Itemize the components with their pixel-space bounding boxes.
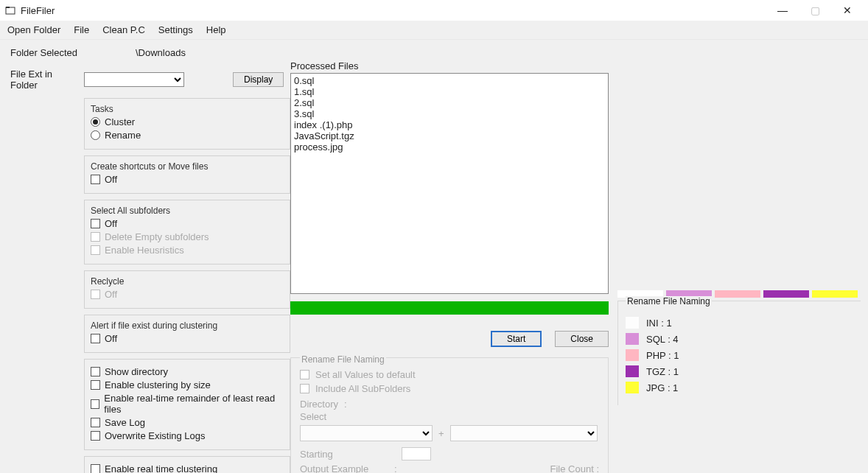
alert-group-label: Alert if file exist during clustering bbox=[89, 320, 219, 331]
list-item[interactable]: 2.sql bbox=[294, 97, 605, 108]
radio-rename-label: Rename bbox=[105, 130, 141, 141]
svg-rect-1 bbox=[6, 7, 10, 8]
check-delete-empty-label: Delete Empty subfolders bbox=[105, 231, 209, 242]
legend-row: JPG : 1 bbox=[626, 382, 853, 393]
legend-row: TGZ : 1 bbox=[626, 365, 853, 377]
check-shortcuts-off[interactable] bbox=[91, 175, 100, 184]
rename-select-2[interactable] bbox=[450, 425, 598, 441]
legend-row: PHP : 1 bbox=[626, 349, 853, 361]
menu-settings[interactable]: Settings bbox=[158, 24, 193, 35]
folder-selected-value: \Downloads bbox=[136, 47, 186, 58]
check-recycle-off-label: Off bbox=[105, 289, 117, 300]
list-item[interactable]: process.jpg bbox=[294, 141, 605, 153]
check-include-sub bbox=[300, 384, 309, 393]
subfolders-group: Select All subfolders Off Delete Empty s… bbox=[84, 200, 290, 264]
list-item[interactable]: index .(1).php bbox=[294, 119, 605, 130]
list-item[interactable]: JavaScript.tgz bbox=[294, 130, 605, 141]
alert-group: Alert if file exist during clustering Of… bbox=[84, 315, 290, 353]
minimize-button[interactable]: — bbox=[766, 0, 799, 21]
menu-clean-pc[interactable]: Clean P.C bbox=[102, 24, 145, 35]
legend-row: INI : 1 bbox=[626, 317, 853, 329]
shortcuts-group-label: Create shortcuts or Move files bbox=[89, 161, 209, 172]
rename-select-1[interactable] bbox=[300, 425, 433, 441]
check-overwrite-logs-label: Overwrite Existing Logs bbox=[105, 430, 206, 441]
legend-text: PHP : 1 bbox=[646, 350, 679, 361]
shortcuts-group: Create shortcuts or Move files Off bbox=[84, 155, 290, 194]
check-realtime-cluster-label: Enable real time clustering bbox=[105, 463, 217, 473]
list-item[interactable]: 1.sql bbox=[294, 86, 605, 97]
legend-text: JPG : 1 bbox=[646, 382, 678, 393]
app-icon bbox=[4, 4, 16, 16]
plus-label: + bbox=[438, 428, 444, 439]
close-window-button[interactable]: ✕ bbox=[831, 0, 864, 21]
check-set-defaults-label: Set all Values to default bbox=[315, 369, 416, 380]
check-alert-off[interactable] bbox=[91, 334, 100, 343]
rename-starting-label: Starting bbox=[300, 449, 396, 460]
check-enable-heur-label: Enable Heusristics bbox=[105, 245, 184, 256]
display-button[interactable]: Display bbox=[233, 72, 284, 87]
rename-select-label: Select bbox=[300, 411, 326, 422]
legend-text: TGZ : 1 bbox=[646, 366, 679, 377]
check-save-log-label: Save Log bbox=[105, 417, 145, 428]
tasks-group: Tasks Cluster Rename bbox=[84, 98, 290, 150]
legend-group: Rename File Naming INI : 1 SQL : 4 PHP :… bbox=[617, 301, 861, 405]
check-show-dir[interactable] bbox=[91, 367, 100, 376]
recycle-group: Reclycle Off bbox=[84, 270, 290, 309]
maximize-button[interactable]: ▢ bbox=[799, 0, 831, 21]
legend-group-label: Rename File Naming bbox=[626, 296, 712, 306]
rename-group-label: Rename File Naming bbox=[300, 354, 386, 365]
menu-open-folder[interactable]: Open Folder bbox=[7, 24, 60, 35]
rename-group: Rename File Naming Set all Values to def… bbox=[290, 357, 609, 473]
radio-cluster[interactable] bbox=[91, 117, 100, 127]
menu-bar: Open Folder File Clean P.C Settings Help bbox=[0, 21, 868, 40]
check-recycle-off bbox=[91, 290, 100, 299]
check-show-dir-label: Show directory bbox=[105, 366, 168, 377]
check-save-log[interactable] bbox=[91, 418, 100, 427]
progress-bar bbox=[290, 301, 609, 315]
rename-starting-input[interactable] bbox=[402, 447, 431, 460]
processed-files-list[interactable]: 0.sql 1.sql 2.sql 3.sql index .(1).php J… bbox=[290, 73, 609, 294]
check-delete-empty bbox=[91, 232, 100, 242]
options1-group: Show directory Enable clustering by size… bbox=[84, 359, 290, 450]
window-title: FileFiler bbox=[21, 5, 55, 16]
tasks-group-label: Tasks bbox=[89, 104, 115, 114]
subfolders-group-label: Select All subfolders bbox=[89, 206, 172, 216]
check-include-sub-label: Include All SubFolders bbox=[315, 383, 410, 394]
check-realtime-remainder-label: Enable real-time remainder of least read… bbox=[104, 393, 284, 415]
menu-help[interactable]: Help bbox=[206, 24, 226, 35]
check-cluster-size[interactable] bbox=[91, 380, 100, 390]
check-cluster-size-label: Enable clustering by size bbox=[105, 379, 211, 390]
check-shortcuts-off-label: Off bbox=[105, 174, 117, 185]
check-enable-heur bbox=[91, 245, 100, 255]
check-realtime-remainder[interactable] bbox=[91, 399, 99, 409]
radio-cluster-label: Cluster bbox=[105, 116, 135, 127]
start-button[interactable]: Start bbox=[491, 331, 542, 347]
check-set-defaults bbox=[300, 370, 309, 379]
list-item[interactable]: 0.sql bbox=[294, 75, 605, 86]
legend-row: SQL : 4 bbox=[626, 333, 853, 345]
close-button[interactable]: Close bbox=[555, 331, 609, 347]
title-bar: FileFiler — ▢ ✕ bbox=[0, 0, 868, 21]
list-item[interactable]: 3.sql bbox=[294, 108, 605, 119]
check-subfolders-off[interactable] bbox=[91, 219, 100, 228]
file-ext-combo[interactable] bbox=[84, 72, 184, 87]
check-overwrite-logs[interactable] bbox=[91, 431, 100, 441]
processed-files-label: Processed Files bbox=[290, 60, 609, 71]
recycle-group-label: Reclycle bbox=[89, 276, 125, 287]
legend-text: INI : 1 bbox=[646, 318, 672, 329]
rename-output-label: Output Example bbox=[300, 463, 388, 473]
options2-group: Enable real time clustering Run in backr… bbox=[84, 456, 290, 473]
svg-rect-0 bbox=[6, 7, 15, 14]
rename-directory-label: Directory bbox=[300, 399, 338, 410]
file-count-label: File Count : bbox=[550, 463, 599, 473]
check-realtime-cluster[interactable] bbox=[91, 464, 100, 473]
radio-rename[interactable] bbox=[91, 130, 100, 140]
check-alert-off-label: Off bbox=[105, 333, 117, 344]
folder-selected-label: Folder Selected bbox=[10, 47, 136, 58]
check-subfolders-off-label: Off bbox=[105, 218, 117, 229]
legend-text: SQL : 4 bbox=[646, 334, 679, 345]
file-ext-label: File Ext in Folder bbox=[10, 69, 78, 91]
menu-file[interactable]: File bbox=[74, 24, 89, 35]
